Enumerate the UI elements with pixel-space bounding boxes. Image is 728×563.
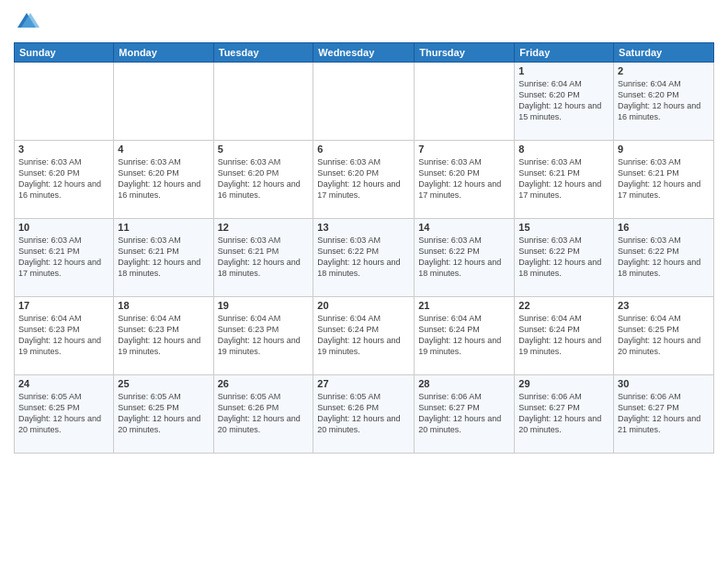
weekday-header-sunday: Sunday [15,43,114,63]
day-info: Sunrise: 6:06 AM Sunset: 6:27 PM Dayligh… [418,391,510,436]
day-number: 15 [518,222,609,233]
calendar-cell: 18Sunrise: 6:04 AM Sunset: 6:23 PM Dayli… [114,297,213,375]
calendar-cell: 17Sunrise: 6:04 AM Sunset: 6:23 PM Dayli… [15,297,114,375]
calendar-cell: 27Sunrise: 6:05 AM Sunset: 6:26 PM Dayli… [313,375,415,454]
day-info: Sunrise: 6:03 AM Sunset: 6:21 PM Dayligh… [218,235,310,280]
day-info: Sunrise: 6:03 AM Sunset: 6:20 PM Dayligh… [418,156,510,201]
calendar-table: SundayMondayTuesdayWednesdayThursdayFrid… [14,42,714,454]
week-row-5: 24Sunrise: 6:05 AM Sunset: 6:25 PM Dayli… [15,375,714,454]
day-info: Sunrise: 6:05 AM Sunset: 6:25 PM Dayligh… [18,391,109,436]
calendar-cell [15,63,114,141]
day-number: 12 [218,222,310,233]
calendar-cell: 15Sunrise: 6:03 AM Sunset: 6:22 PM Dayli… [515,219,614,297]
calendar-cell: 20Sunrise: 6:04 AM Sunset: 6:24 PM Dayli… [313,297,415,375]
calendar-cell: 9Sunrise: 6:03 AM Sunset: 6:21 PM Daylig… [614,141,714,219]
day-number: 1 [518,65,609,76]
calendar-cell: 6Sunrise: 6:03 AM Sunset: 6:20 PM Daylig… [313,141,415,219]
weekday-header-saturday: Saturday [614,43,714,63]
day-number: 25 [118,378,209,389]
day-number: 5 [218,144,310,155]
day-number: 6 [317,144,410,155]
day-info: Sunrise: 6:04 AM Sunset: 6:20 PM Dayligh… [518,78,609,123]
day-info: Sunrise: 6:03 AM Sunset: 6:21 PM Dayligh… [18,235,109,280]
day-number: 10 [18,222,109,233]
calendar-cell: 22Sunrise: 6:04 AM Sunset: 6:24 PM Dayli… [515,297,614,375]
day-number: 16 [618,222,710,233]
day-number: 2 [618,65,710,76]
weekday-header-thursday: Thursday [415,43,515,63]
day-info: Sunrise: 6:03 AM Sunset: 6:21 PM Dayligh… [618,156,710,201]
day-number: 9 [618,144,710,155]
logo-icon [14,9,40,35]
day-number: 17 [18,300,109,311]
day-number: 19 [218,300,310,311]
calendar-cell: 2Sunrise: 6:04 AM Sunset: 6:20 PM Daylig… [614,63,714,141]
weekday-header-monday: Monday [114,43,213,63]
day-info: Sunrise: 6:05 AM Sunset: 6:25 PM Dayligh… [118,391,209,436]
week-row-4: 17Sunrise: 6:04 AM Sunset: 6:23 PM Dayli… [15,297,714,375]
calendar-cell: 10Sunrise: 6:03 AM Sunset: 6:21 PM Dayli… [15,219,114,297]
calendar-cell: 3Sunrise: 6:03 AM Sunset: 6:20 PM Daylig… [15,141,114,219]
calendar-cell: 23Sunrise: 6:04 AM Sunset: 6:25 PM Dayli… [614,297,714,375]
day-info: Sunrise: 6:03 AM Sunset: 6:20 PM Dayligh… [317,156,410,201]
day-info: Sunrise: 6:05 AM Sunset: 6:26 PM Dayligh… [317,391,410,436]
day-info: Sunrise: 6:04 AM Sunset: 6:24 PM Dayligh… [518,313,609,358]
calendar-cell: 13Sunrise: 6:03 AM Sunset: 6:22 PM Dayli… [313,219,415,297]
calendar-cell [213,63,313,141]
day-info: Sunrise: 6:03 AM Sunset: 6:22 PM Dayligh… [518,235,609,280]
day-info: Sunrise: 6:04 AM Sunset: 6:23 PM Dayligh… [118,313,209,358]
calendar-cell: 12Sunrise: 6:03 AM Sunset: 6:21 PM Dayli… [213,219,313,297]
calendar-cell: 19Sunrise: 6:04 AM Sunset: 6:23 PM Dayli… [213,297,313,375]
day-number: 20 [317,300,410,311]
day-info: Sunrise: 6:03 AM Sunset: 6:21 PM Dayligh… [118,235,209,280]
day-number: 26 [218,378,310,389]
calendar-cell: 26Sunrise: 6:05 AM Sunset: 6:26 PM Dayli… [213,375,313,454]
calendar-cell: 24Sunrise: 6:05 AM Sunset: 6:25 PM Dayli… [15,375,114,454]
day-number: 27 [317,378,410,389]
calendar-cell: 21Sunrise: 6:04 AM Sunset: 6:24 PM Dayli… [415,297,515,375]
day-info: Sunrise: 6:03 AM Sunset: 6:22 PM Dayligh… [418,235,510,280]
day-info: Sunrise: 6:04 AM Sunset: 6:24 PM Dayligh… [317,313,410,358]
calendar-cell: 16Sunrise: 6:03 AM Sunset: 6:22 PM Dayli… [614,219,714,297]
calendar-cell: 25Sunrise: 6:05 AM Sunset: 6:25 PM Dayli… [114,375,213,454]
calendar-cell [114,63,213,141]
day-info: Sunrise: 6:06 AM Sunset: 6:27 PM Dayligh… [518,391,609,436]
logo [14,9,43,35]
day-info: Sunrise: 6:03 AM Sunset: 6:22 PM Dayligh… [317,235,410,280]
day-number: 29 [518,378,609,389]
day-info: Sunrise: 6:04 AM Sunset: 6:25 PM Dayligh… [618,313,710,358]
calendar-cell: 5Sunrise: 6:03 AM Sunset: 6:20 PM Daylig… [213,141,313,219]
day-number: 14 [418,222,510,233]
day-info: Sunrise: 6:04 AM Sunset: 6:24 PM Dayligh… [418,313,510,358]
day-number: 18 [118,300,209,311]
day-number: 7 [418,144,510,155]
calendar-cell: 11Sunrise: 6:03 AM Sunset: 6:21 PM Dayli… [114,219,213,297]
day-info: Sunrise: 6:04 AM Sunset: 6:20 PM Dayligh… [618,78,710,123]
day-info: Sunrise: 6:06 AM Sunset: 6:27 PM Dayligh… [618,391,710,436]
day-info: Sunrise: 6:03 AM Sunset: 6:22 PM Dayligh… [618,235,710,280]
day-number: 11 [118,222,209,233]
day-info: Sunrise: 6:04 AM Sunset: 6:23 PM Dayligh… [218,313,310,358]
day-number: 30 [618,378,710,389]
day-number: 13 [317,222,410,233]
header [14,9,714,35]
calendar-cell [313,63,415,141]
week-row-2: 3Sunrise: 6:03 AM Sunset: 6:20 PM Daylig… [15,141,714,219]
day-info: Sunrise: 6:03 AM Sunset: 6:21 PM Dayligh… [518,156,609,201]
day-info: Sunrise: 6:04 AM Sunset: 6:23 PM Dayligh… [18,313,109,358]
calendar-cell: 4Sunrise: 6:03 AM Sunset: 6:20 PM Daylig… [114,141,213,219]
day-number: 21 [418,300,510,311]
day-info: Sunrise: 6:03 AM Sunset: 6:20 PM Dayligh… [118,156,209,201]
weekday-header-row: SundayMondayTuesdayWednesdayThursdayFrid… [15,43,714,63]
day-number: 22 [518,300,609,311]
week-row-3: 10Sunrise: 6:03 AM Sunset: 6:21 PM Dayli… [15,219,714,297]
day-info: Sunrise: 6:03 AM Sunset: 6:20 PM Dayligh… [218,156,310,201]
calendar-cell [415,63,515,141]
day-number: 24 [18,378,109,389]
weekday-header-tuesday: Tuesday [213,43,313,63]
calendar-cell: 14Sunrise: 6:03 AM Sunset: 6:22 PM Dayli… [415,219,515,297]
calendar-cell: 30Sunrise: 6:06 AM Sunset: 6:27 PM Dayli… [614,375,714,454]
weekday-header-friday: Friday [515,43,614,63]
page: SundayMondayTuesdayWednesdayThursdayFrid… [0,0,728,563]
day-info: Sunrise: 6:05 AM Sunset: 6:26 PM Dayligh… [218,391,310,436]
